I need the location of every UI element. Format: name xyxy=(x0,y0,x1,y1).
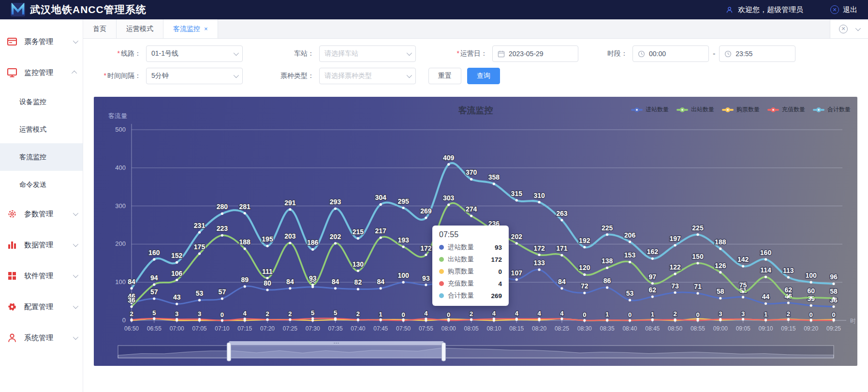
sidebar-item-label: 软件管理 xyxy=(24,271,53,281)
svg-text:08:25: 08:25 xyxy=(555,325,569,332)
gear-outline-icon xyxy=(7,209,17,219)
sidebar-subitem-运营模式[interactable]: 运营模式 xyxy=(0,116,83,143)
svg-text:62: 62 xyxy=(649,286,657,294)
sidebar-item-监控管理[interactable]: 监控管理 xyxy=(0,57,83,88)
sidebar-subitem-命令发送[interactable]: 命令发送 xyxy=(0,171,83,198)
svg-text:4: 4 xyxy=(515,310,519,317)
svg-text:84: 84 xyxy=(286,278,294,286)
svg-text:客流量: 客流量 xyxy=(108,112,127,120)
svg-text:111: 111 xyxy=(262,268,273,275)
date-value: 2023-05-29 xyxy=(509,50,544,58)
svg-text:202: 202 xyxy=(511,233,523,241)
svg-text:130: 130 xyxy=(353,260,364,268)
sidebar-item-数据管理[interactable]: 数据管理 xyxy=(0,229,83,260)
query-button[interactable]: 查询 xyxy=(467,68,500,84)
svg-text:4: 4 xyxy=(492,310,496,317)
datazoom-handle-right[interactable] xyxy=(441,343,445,361)
svg-text:89: 89 xyxy=(241,276,249,284)
svg-text:152: 152 xyxy=(171,252,183,259)
operating-date-input[interactable]: 2023-05-29 xyxy=(492,45,578,62)
sidebar-subitem-设备监控[interactable]: 设备监控 xyxy=(0,88,83,116)
svg-text:358: 358 xyxy=(488,173,500,181)
svg-text:263: 263 xyxy=(556,210,568,217)
series-dot-icon xyxy=(439,269,444,274)
ticket-type-label: 票种类型： xyxy=(267,72,319,80)
svg-text:5: 5 xyxy=(311,309,314,317)
svg-text:188: 188 xyxy=(715,238,726,246)
tab-close-icon[interactable]: × xyxy=(204,25,208,32)
svg-text:5: 5 xyxy=(152,309,156,317)
chevron-down-icon xyxy=(73,272,78,278)
svg-text:2: 2 xyxy=(673,310,677,317)
tabs-container: 首页运营模式客流监控× xyxy=(83,19,218,38)
svg-text:08:15: 08:15 xyxy=(509,325,524,332)
tabbar-tools: ✕ xyxy=(830,19,868,38)
svg-text:142: 142 xyxy=(737,256,749,263)
chevron-down-icon xyxy=(73,303,78,309)
tooltip-row-出站数量: 出站数量172 xyxy=(439,255,502,264)
svg-text:160: 160 xyxy=(760,249,772,256)
clock-icon xyxy=(724,50,732,58)
svg-text:409: 409 xyxy=(443,154,455,162)
svg-text:0: 0 xyxy=(628,311,632,318)
svg-text:07:35: 07:35 xyxy=(328,325,343,332)
app-title: 武汉地铁ANCC管理系统 xyxy=(30,3,147,16)
datazoom-handle-left[interactable] xyxy=(227,343,231,361)
svg-text:时间: 时间 xyxy=(850,317,855,324)
svg-text:2: 2 xyxy=(470,310,473,317)
series-dot-icon xyxy=(439,257,444,262)
svg-text:291: 291 xyxy=(284,199,296,207)
sidebar-item-系统管理[interactable]: 系统管理 xyxy=(0,322,83,353)
time-start-input[interactable]: 00:00 xyxy=(633,45,709,62)
svg-text:153: 153 xyxy=(624,251,636,259)
svg-text:09:05: 09:05 xyxy=(736,325,750,332)
svg-text:197: 197 xyxy=(669,235,681,242)
svg-text:133: 133 xyxy=(533,259,545,267)
sidebar-item-参数管理[interactable]: 参数管理 xyxy=(0,198,83,229)
sidebar-item-label: 系统管理 xyxy=(24,333,53,343)
close-all-tabs-icon[interactable]: ✕ xyxy=(839,25,848,33)
chevron-down-icon xyxy=(73,334,78,340)
svg-text:08:55: 08:55 xyxy=(691,325,705,332)
ticket-type-select[interactable]: 请选择票种类型 xyxy=(319,68,416,84)
svg-text:08:00: 08:00 xyxy=(441,325,456,332)
svg-text:188: 188 xyxy=(239,238,251,246)
reset-button[interactable]: 重置 xyxy=(428,68,461,84)
svg-text:107: 107 xyxy=(511,269,523,277)
svg-text:53: 53 xyxy=(626,289,634,297)
svg-text:300: 300 xyxy=(115,202,126,210)
logout-button[interactable]: ✕ 退出 xyxy=(830,5,857,15)
chart-tooltip: 07:55 进站数量93出站数量172购票数量0充值数量4合计数量269 xyxy=(432,226,509,306)
svg-text:1: 1 xyxy=(379,311,383,318)
station-select[interactable]: 请选择车站 xyxy=(319,45,416,62)
sidebar-item-软件管理[interactable]: 软件管理 xyxy=(0,260,83,291)
tab-客流监控[interactable]: 客流监控× xyxy=(163,19,218,38)
svg-text:07:40: 07:40 xyxy=(351,325,365,332)
sidebar: 票务管理监控管理设备监控运营模式客流监控命令发送参数管理数据管理软件管理配置管理… xyxy=(0,19,83,392)
svg-text:07:05: 07:05 xyxy=(192,325,207,332)
svg-text:58: 58 xyxy=(717,287,724,295)
tab-首页[interactable]: 首页 xyxy=(83,19,117,38)
chevron-down-icon xyxy=(73,211,78,216)
sidebar-item-票务管理[interactable]: 票务管理 xyxy=(0,26,83,57)
svg-text:07:15: 07:15 xyxy=(237,325,252,332)
ticket-type-placeholder: 请选择票种类型 xyxy=(324,72,372,80)
tooltip-time: 07:55 xyxy=(439,230,502,239)
line-select[interactable]: 01-1号线 xyxy=(146,45,243,62)
svg-text:62: 62 xyxy=(785,286,793,294)
svg-text:80: 80 xyxy=(264,279,271,287)
tab-actions-chevron-down-icon[interactable] xyxy=(855,25,861,30)
svg-text:3: 3 xyxy=(198,310,201,317)
svg-text:172: 172 xyxy=(533,244,545,252)
series-dot-icon xyxy=(439,245,444,250)
interval-value: 5分钟 xyxy=(151,72,169,80)
sidebar-item-配置管理[interactable]: 配置管理 xyxy=(0,291,83,322)
sidebar-subitem-客流监控[interactable]: 客流监控 xyxy=(0,143,83,171)
interval-select[interactable]: 5分钟 xyxy=(146,68,243,84)
svg-text:225: 225 xyxy=(692,224,704,232)
svg-text:1: 1 xyxy=(651,311,654,318)
tab-运营模式[interactable]: 运营模式 xyxy=(117,19,163,38)
datazoom-window[interactable] xyxy=(229,346,443,358)
svg-text:93: 93 xyxy=(422,274,430,282)
time-end-input[interactable]: 23:55 xyxy=(719,45,795,62)
